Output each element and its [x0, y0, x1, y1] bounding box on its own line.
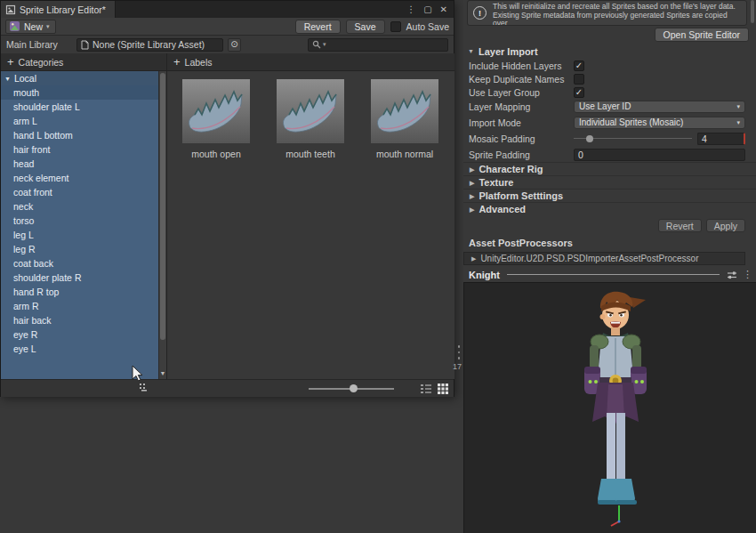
category-item[interactable]: coat front: [1, 185, 158, 199]
sprite-library-icon: [5, 4, 16, 15]
window-tab[interactable]: Sprite Library Editor*: [1, 1, 116, 18]
layer-mapping-row: Layer Mapping Use Layer ID ▾: [469, 100, 745, 113]
category-item[interactable]: torso: [1, 214, 158, 228]
category-item[interactable]: mouth: [1, 85, 158, 100]
mosaic-padding-label: Mosaic Padding: [469, 133, 574, 144]
category-item[interactable]: neck: [1, 199, 158, 214]
section-foldout[interactable]: ▶Platform Setttings: [463, 189, 756, 202]
window-titlebar[interactable]: Sprite Library Editor* ⋮ ▢ ✕: [1, 1, 454, 18]
category-item[interactable]: eye L: [1, 342, 158, 356]
grid-view-icon[interactable]: [437, 383, 449, 395]
save-button[interactable]: Save: [346, 20, 385, 34]
add-label-icon[interactable]: +: [173, 56, 181, 68]
thumbnail-size-slider[interactable]: [309, 380, 394, 398]
section-label: Advanced: [479, 204, 526, 214]
foldout-open-icon: ▼: [468, 48, 474, 54]
foldout-closed-icon: ▶: [470, 166, 474, 173]
section-foldout[interactable]: ▶Texture: [463, 175, 756, 189]
category-item[interactable]: arm L: [1, 114, 158, 128]
keep-duplicate-names-label: Keep Duplicate Names: [469, 74, 574, 85]
section-foldout[interactable]: ▶Character Rig: [463, 162, 756, 175]
window-toolbar: New ▾ Revert Save Auto Save: [1, 18, 454, 36]
category-item[interactable]: hair back: [1, 313, 158, 327]
mosaic-padding-value[interactable]: 4: [697, 133, 745, 145]
keep-duplicate-names-checkbox[interactable]: [574, 74, 584, 85]
sprite-asset-icon: [9, 20, 20, 32]
category-group-local[interactable]: ▼ Local: [1, 71, 158, 85]
layer-import-foldout[interactable]: ▼ Layer Import: [468, 44, 538, 58]
mouse-cursor: [132, 365, 144, 383]
layer-mapping-label: Layer Mapping: [469, 101, 574, 112]
open-sprite-editor-button[interactable]: Open Sprite Editor: [655, 28, 749, 42]
label-card[interactable]: mouth teeth: [263, 79, 358, 159]
category-item[interactable]: leg L: [1, 228, 158, 242]
category-item[interactable]: neck element: [1, 171, 158, 185]
postprocessor-item-label: UnityEditor.U2D.PSD.PSDImporterAssetPost…: [480, 254, 698, 263]
category-item[interactable]: arm R: [1, 299, 158, 313]
categories-scrollbar[interactable]: ▼: [158, 71, 166, 379]
postprocessor-item[interactable]: ▶ UnityEditor.U2D.PSD.PSDImporterAssetPo…: [463, 252, 745, 265]
categories-panel: + Categories ▼ Local mouthshoulder plate…: [1, 53, 166, 379]
window-splitter[interactable]: 17: [454, 0, 463, 533]
preview-area[interactable]: [463, 282, 756, 533]
layer-mapping-value: Use Layer ID: [579, 101, 631, 111]
preview-popout-icon[interactable]: [727, 270, 737, 280]
label-card[interactable]: mouth normal: [358, 79, 452, 159]
category-item[interactable]: shoulder plate R: [1, 271, 158, 285]
window-close-icon[interactable]: ✕: [440, 5, 447, 14]
auto-save-label: Auto Save: [406, 21, 449, 32]
category-item[interactable]: leg R: [1, 242, 158, 256]
category-item[interactable]: head: [1, 157, 158, 171]
inspector-panel: ! This will reinitialize and recreate al…: [463, 0, 756, 533]
slider-knob[interactable]: [586, 135, 593, 142]
scroll-down-icon[interactable]: ▼: [159, 370, 166, 376]
scrollbar-thumb[interactable]: [160, 73, 165, 340]
auto-save-checkbox[interactable]: [390, 21, 401, 32]
inspector-apply-button[interactable]: Apply: [706, 219, 745, 232]
main-library-row: Main Library None (Sprite Library Asset)…: [1, 36, 454, 53]
apply-row: Revert Apply: [658, 219, 745, 232]
new-button-label: New: [24, 21, 43, 32]
category-item[interactable]: coat back: [1, 256, 158, 271]
label-card[interactable]: mouth open: [169, 79, 263, 159]
label-caption: mouth open: [191, 149, 240, 159]
category-item[interactable]: eye R: [1, 327, 158, 342]
mosaic-padding-slider[interactable]: [574, 133, 692, 145]
labels-grid: mouth open mouth teeth mouth normal: [167, 71, 454, 379]
inspector-sections: ▶Character Rig▶Texture▶Platform Settting…: [463, 162, 756, 215]
inspector-revert-button[interactable]: Revert: [658, 219, 702, 232]
chevron-down-icon: ▾: [733, 119, 740, 126]
category-item[interactable]: shoulder plate L: [1, 100, 158, 114]
section-label: Character Rig: [479, 164, 543, 174]
sprite-library-asset-field[interactable]: None (Sprite Library Asset): [76, 38, 223, 52]
window-maximize-icon[interactable]: ▢: [423, 5, 431, 14]
category-item[interactable]: hand L bottom: [1, 128, 158, 142]
window-menu-icon[interactable]: ⋮: [406, 5, 415, 14]
search-icon: [312, 40, 321, 49]
category-item[interactable]: hair front: [1, 142, 158, 157]
include-hidden-layers-row: Include Hidden Layers ✓: [469, 59, 745, 72]
categories-list: mouthshoulder plate Larm Lhand L bottomh…: [1, 85, 158, 356]
layer-mapping-dropdown[interactable]: Use Layer ID ▾: [574, 101, 745, 113]
labels-panel: + Labels mouth open mouth teeth: [166, 53, 454, 379]
splitter-grip-icon: [454, 345, 463, 359]
search-input[interactable]: ▾: [308, 38, 448, 52]
add-category-icon[interactable]: +: [7, 56, 14, 68]
asset-postprocessors-title: Asset PostProcessors: [469, 238, 573, 248]
new-button[interactable]: New ▾: [5, 20, 56, 34]
label-caption: mouth normal: [376, 149, 433, 159]
layer-import-title: Layer Import: [479, 46, 538, 57]
category-item[interactable]: hand R top: [1, 285, 158, 299]
list-view-icon[interactable]: [420, 383, 432, 395]
preview-kebab-menu-icon[interactable]: ⋮: [743, 270, 752, 279]
sprite-padding-value[interactable]: 0: [574, 149, 745, 161]
slider-knob[interactable]: [350, 384, 358, 392]
revert-button[interactable]: Revert: [295, 20, 341, 34]
object-picker-icon[interactable]: ⊙: [228, 38, 241, 52]
section-foldout[interactable]: ▶Advanced: [463, 202, 756, 215]
import-mode-dropdown[interactable]: Individual Sprites (Mosaic) ▾: [574, 117, 745, 129]
include-hidden-layers-checkbox[interactable]: ✓: [574, 61, 584, 71]
inspector-scrollbar[interactable]: [751, 0, 754, 23]
use-layer-group-checkbox[interactable]: ✓: [574, 87, 584, 98]
keep-duplicate-names-row: Keep Duplicate Names: [469, 72, 745, 85]
